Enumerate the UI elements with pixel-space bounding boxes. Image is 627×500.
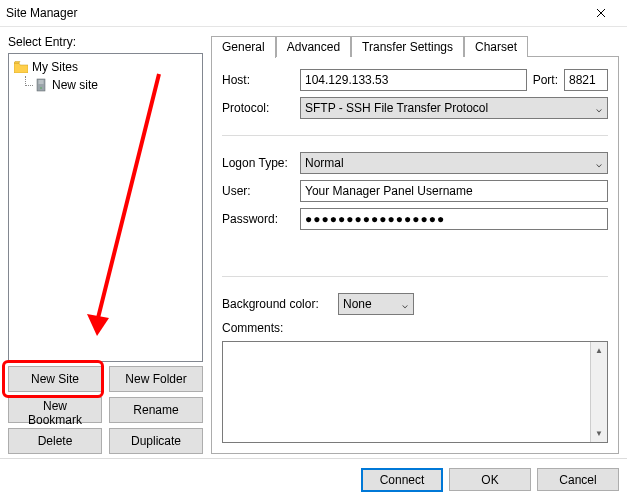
svg-line-6 — [97, 74, 159, 322]
logon-type-value: Normal — [305, 156, 344, 170]
left-panel: Select Entry: My Sites — [8, 31, 203, 454]
tree-item-new-site[interactable]: New site — [11, 76, 200, 94]
folder-icon — [13, 59, 29, 75]
divider — [222, 135, 608, 136]
password-label: Password: — [222, 212, 294, 226]
titlebar: Site Manager — [0, 0, 627, 27]
svg-marker-7 — [87, 314, 109, 336]
logon-type-select[interactable]: Normal — [300, 152, 608, 174]
connect-button[interactable]: Connect — [361, 468, 443, 492]
ok-button[interactable]: OK — [449, 468, 531, 491]
annotation-arrow — [19, 68, 189, 348]
new-site-button[interactable]: New Site — [8, 366, 102, 392]
protocol-label: Protocol: — [222, 101, 294, 115]
tree-root-my-sites[interactable]: My Sites — [11, 58, 200, 76]
protocol-select[interactable]: SFTP - SSH File Transfer Protocol — [300, 97, 608, 119]
site-action-buttons: New Site New Folder New Bookmark Rename … — [8, 366, 203, 454]
duplicate-button[interactable]: Duplicate — [109, 428, 203, 454]
tree-item-label: New site — [52, 76, 98, 94]
svg-point-5 — [40, 87, 42, 89]
protocol-value: SFTP - SSH File Transfer Protocol — [305, 101, 488, 115]
tab-bar: General Advanced Transfer Settings Chars… — [211, 33, 619, 57]
cancel-button[interactable]: Cancel — [537, 468, 619, 491]
server-icon — [33, 77, 49, 93]
site-tree[interactable]: My Sites New site — [8, 53, 203, 362]
scroll-up-icon[interactable]: ▲ — [591, 342, 607, 359]
new-folder-button[interactable]: New Folder — [109, 366, 203, 392]
window-title: Site Manager — [6, 6, 581, 20]
tab-advanced[interactable]: Advanced — [276, 36, 351, 57]
password-input[interactable]: ●●●●●●●●●●●●●●●●● — [300, 208, 608, 230]
select-entry-label: Select Entry: — [8, 35, 203, 49]
tab-general[interactable]: General — [211, 36, 276, 58]
port-label: Port: — [533, 73, 558, 87]
new-bookmark-button[interactable]: New Bookmark — [8, 397, 102, 423]
tab-transfer[interactable]: Transfer Settings — [351, 36, 464, 57]
close-button[interactable] — [581, 0, 621, 27]
tree-connector — [19, 76, 33, 94]
tree-root-label: My Sites — [32, 58, 78, 76]
site-manager-window: Site Manager Select Entry: My Site — [0, 0, 627, 500]
close-icon — [596, 8, 606, 18]
bgcolor-select[interactable]: None — [338, 293, 414, 315]
user-label: User: — [222, 184, 294, 198]
svg-rect-4 — [39, 83, 44, 84]
divider — [222, 276, 608, 277]
tab-charset[interactable]: Charset — [464, 36, 528, 57]
delete-button[interactable]: Delete — [8, 428, 102, 454]
footer-buttons: Connect OK Cancel — [0, 458, 627, 500]
port-input[interactable] — [564, 69, 608, 91]
user-input[interactable] — [300, 180, 608, 202]
general-pane: Host: Port: Protocol: SFTP - SSH File Tr… — [211, 57, 619, 454]
host-label: Host: — [222, 73, 294, 87]
host-input[interactable] — [300, 69, 527, 91]
rename-button[interactable]: Rename — [109, 397, 203, 423]
svg-rect-3 — [39, 81, 44, 82]
bgcolor-value: None — [343, 297, 372, 311]
bgcolor-label: Background color: — [222, 297, 332, 311]
scroll-down-icon[interactable]: ▼ — [591, 425, 607, 442]
scrollbar[interactable]: ▲ ▼ — [590, 342, 607, 442]
comments-label: Comments: — [222, 321, 608, 335]
logon-type-label: Logon Type: — [222, 156, 294, 170]
password-masked: ●●●●●●●●●●●●●●●●● — [305, 212, 445, 226]
comments-textarea[interactable]: ▲ ▼ — [222, 341, 608, 443]
right-panel: General Advanced Transfer Settings Chars… — [211, 31, 619, 454]
